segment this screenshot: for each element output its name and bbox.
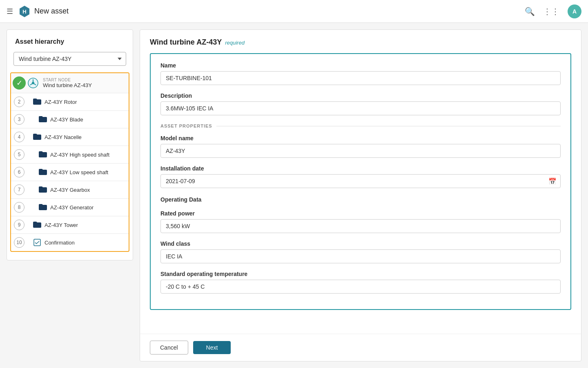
divider-line <box>216 126 561 126</box>
tree-container: ✓ START NODE Wind turbine AZ-43Y <box>10 72 129 252</box>
topnav: ☰ H New asset 🔍 ⋮⋮ A <box>0 0 588 23</box>
gearbox-label: AZ-43Y Gearbox <box>50 187 90 193</box>
step-num-7: 7 <box>11 184 27 195</box>
app-logo: H New asset <box>18 5 69 18</box>
step-num-4: 4 <box>11 132 27 142</box>
rotor-label: AZ-43Y Rotor <box>45 99 77 105</box>
cancel-button[interactable]: Cancel <box>150 341 188 355</box>
menu-icon[interactable]: ☰ <box>7 7 13 16</box>
confirmation-label: Confirmation <box>45 240 75 246</box>
svg-rect-7 <box>34 239 40 246</box>
tree-item-low-speed[interactable]: 6 AZ-43Y Low speed shaft <box>11 164 129 181</box>
folder-icon-nacelle <box>33 133 41 141</box>
date-input-wrapper: 📅 <box>160 174 561 188</box>
asset-properties-divider: ASSET PROPERTIES <box>160 123 561 128</box>
step-circle-6: 6 <box>14 167 24 177</box>
step-num-9: 9 <box>11 220 27 230</box>
tower-label: AZ-43Y Tower <box>45 222 78 228</box>
avatar[interactable]: A <box>568 4 581 18</box>
logo-icon: H <box>18 5 31 18</box>
svg-text:H: H <box>22 9 26 15</box>
start-node-name: Wind turbine AZ-43Y <box>43 82 92 88</box>
required-badge: required <box>225 40 245 46</box>
topnav-left: ☰ H New asset <box>7 5 69 18</box>
panel-title: Asset hierarchy <box>7 38 133 52</box>
folder-icon-generator <box>39 204 47 211</box>
step-circle-5: 5 <box>14 149 24 160</box>
step-circle-4: 4 <box>14 132 24 142</box>
step-circle-8: 8 <box>14 202 24 213</box>
right-panel: Wind turbine AZ-43Y required Name Descri… <box>140 29 581 361</box>
right-panel-header: Wind turbine AZ-43Y required <box>140 30 581 47</box>
operating-data-label: Operating Data <box>160 196 561 203</box>
step-circle-10: 10 <box>14 237 24 248</box>
asset-dropdown[interactable]: Wind turbine AZ-43Y <box>13 52 126 66</box>
step-circle-9: 9 <box>14 220 24 230</box>
std-temp-input[interactable] <box>160 280 561 294</box>
wind-class-label: Wind class <box>160 240 561 247</box>
form-card: Name Description ASSET PROPERTIES Model … <box>150 53 571 310</box>
next-button[interactable]: Next <box>193 341 231 354</box>
app-title: New asset <box>34 7 69 16</box>
install-date-label: Installation date <box>160 165 561 172</box>
model-name-input[interactable] <box>160 144 561 158</box>
form-body: Name Description ASSET PROPERTIES Model … <box>140 47 581 334</box>
rated-power-group: Rated power <box>160 210 561 233</box>
topnav-right: 🔍 ⋮⋮ A <box>525 4 581 18</box>
form-section-title: Wind turbine AZ-43Y <box>150 38 222 47</box>
start-node-block: START NODE Wind turbine AZ-43Y <box>43 78 92 88</box>
green-check: ✓ <box>13 76 26 90</box>
tree-item-high-speed[interactable]: 5 AZ-43Y High speed shaft <box>11 146 129 164</box>
apps-grid-icon[interactable]: ⋮⋮ <box>543 7 559 16</box>
tree-item-rotor[interactable]: 2 AZ-43Y Rotor <box>11 93 129 111</box>
hss-label: AZ-43Y High speed shaft <box>50 152 109 158</box>
step-num-6: 6 <box>11 167 27 177</box>
description-input[interactable] <box>160 101 561 115</box>
operating-data-group: Operating Data <box>160 196 561 203</box>
std-temp-group: Standard operating temperature <box>160 271 561 294</box>
tree-item-tower[interactable]: 9 AZ-43Y Tower <box>11 216 129 234</box>
rated-power-label: Rated power <box>160 210 561 217</box>
std-temp-label: Standard operating temperature <box>160 271 561 277</box>
name-input[interactable] <box>160 71 561 85</box>
left-panel: Asset hierarchy Wind turbine AZ-43Y ✓ <box>7 29 133 260</box>
footer-bar: Cancel Next <box>140 334 581 361</box>
blade-label: AZ-43Y Blade <box>50 117 83 123</box>
step-num-2: 2 <box>11 96 27 107</box>
tree-item-gearbox[interactable]: 7 AZ-43Y Gearbox <box>11 181 129 199</box>
model-name-group: Model name <box>160 135 561 158</box>
folder-icon-lss <box>39 168 47 176</box>
folder-icon-gearbox <box>39 186 47 194</box>
step-num-3: 3 <box>11 114 27 125</box>
step-circle-2: 2 <box>14 96 24 107</box>
step-num-8: 8 <box>11 202 27 213</box>
windmill-icon <box>27 77 39 89</box>
tree-item-blade[interactable]: 3 AZ-43Y Blade <box>11 111 129 128</box>
folder-icon-blade <box>39 116 47 123</box>
search-icon[interactable]: 🔍 <box>525 7 535 16</box>
tree-item-generator[interactable]: 8 AZ-43Y Generator <box>11 199 129 216</box>
tree-item-nacelle[interactable]: 4 AZ-43Y Nacelle <box>11 128 129 146</box>
step-num-10: 10 <box>11 237 27 248</box>
folder-icon-tower <box>33 221 41 229</box>
tree-item-confirmation[interactable]: 10 Confirmation <box>11 234 129 251</box>
generator-label: AZ-43Y Generator <box>50 204 94 211</box>
start-node-label: START NODE <box>43 78 92 82</box>
asset-properties-label: ASSET PROPERTIES <box>160 123 212 128</box>
tree-item-start[interactable]: ✓ START NODE Wind turbine AZ-43Y <box>11 73 129 93</box>
step-circle-7: 7 <box>14 184 24 195</box>
nacelle-label: AZ-43Y Nacelle <box>45 134 82 140</box>
description-group: Description <box>160 92 561 115</box>
description-label: Description <box>160 92 561 99</box>
wind-class-group: Wind class <box>160 240 561 263</box>
confirm-checkbox-icon <box>33 238 41 247</box>
install-date-input[interactable] <box>160 174 561 188</box>
wind-class-input[interactable] <box>160 249 561 263</box>
folder-icon-rotor <box>33 98 41 106</box>
install-date-group: Installation date 📅 <box>160 165 561 188</box>
rated-power-input[interactable] <box>160 219 561 233</box>
step-check-icon: ✓ <box>11 76 27 90</box>
step-num-5: 5 <box>11 149 27 160</box>
name-label: Name <box>160 62 561 69</box>
lss-label: AZ-43Y Low speed shaft <box>50 169 108 175</box>
